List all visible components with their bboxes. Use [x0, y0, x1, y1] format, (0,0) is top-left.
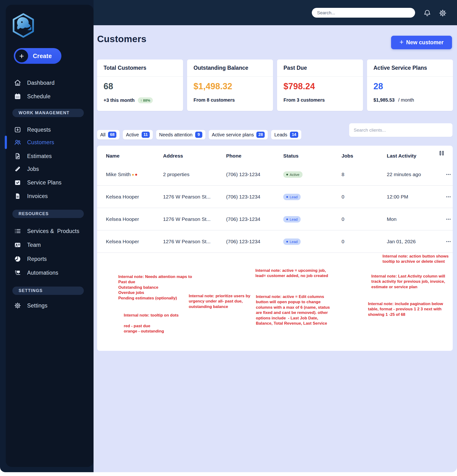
- customer-address: 1276 W Pearson St...: [163, 194, 226, 200]
- sidebar-item-jobs[interactable]: Jobs: [14, 162, 88, 176]
- row-actions-ellipsis-icon[interactable]: [446, 219, 457, 220]
- automation-icon: [14, 269, 21, 277]
- customer-address: 2 properties: [163, 172, 226, 177]
- internal-note-prioritize: Internal note: prioritize users by urgen…: [189, 293, 250, 309]
- new-customer-button[interactable]: + New customer: [391, 36, 452, 49]
- status-badge: Lead: [283, 194, 301, 200]
- row-actions-ellipsis-icon[interactable]: [446, 174, 457, 175]
- sidebar-item-dashboard[interactable]: Dashboard: [14, 76, 88, 89]
- outstanding-dot[interactable]: [132, 174, 134, 176]
- customer-last-activity: 22 minutes ago: [387, 172, 446, 177]
- chip-count: 28: [256, 132, 265, 138]
- sidebar-item-label: Reports: [27, 256, 47, 262]
- sidebar-item-label: Invoices: [27, 193, 48, 199]
- page-title: Customers: [97, 34, 146, 44]
- sidebar-item-label: Service Plans: [27, 179, 62, 186]
- customer-address: 1276 W Pearson St...: [163, 239, 226, 244]
- sidebar-item-service-plans[interactable]: Service Plans: [14, 176, 88, 189]
- internal-note-status-meaning: Internal note: active = upcoming job, le…: [255, 268, 328, 279]
- column-header-last-activity: Last Activity: [387, 153, 446, 159]
- settings-gear-icon[interactable]: [439, 9, 447, 17]
- notifications-bell-icon[interactable]: [423, 9, 431, 17]
- sidebar-item-invoices[interactable]: Invoices: [14, 189, 88, 203]
- status-dot-icon: [286, 174, 288, 175]
- create-button[interactable]: + Create: [14, 48, 61, 64]
- global-search[interactable]: [312, 8, 415, 18]
- customer-last-activity: Jan 01, 2026: [387, 239, 446, 244]
- sidebar-item-schedule[interactable]: Schedule: [14, 90, 88, 103]
- client-search[interactable]: [349, 123, 452, 137]
- card-title: Outstanding Balance: [194, 65, 248, 71]
- internal-note-pagination: Internal note: include pagination below …: [368, 301, 443, 317]
- chip-label: Active service plans: [212, 132, 254, 137]
- row-actions-ellipsis-icon[interactable]: [446, 196, 457, 197]
- status-badge: Active: [283, 171, 303, 178]
- sidebar-item-team[interactable]: Team: [14, 238, 88, 252]
- calendar-icon: [14, 93, 21, 100]
- card-suffix: / month: [398, 97, 414, 103]
- table-row[interactable]: Kelsea Hooper 1276 W Pearson St... (706)…: [97, 230, 453, 253]
- customer-last-activity: 12:00 PM: [387, 194, 446, 200]
- sidebar-item-label: Customers: [27, 139, 54, 146]
- status-dot-icon: [286, 219, 288, 220]
- stat-card-total-customers: Total Customers 68 +3 this month ↑ 88%: [97, 60, 183, 111]
- sidebar-item-estimates[interactable]: Estimates: [14, 149, 88, 163]
- customer-phone: (706) 123-1234: [226, 194, 283, 200]
- filter-chip-active-service-plans[interactable]: Active service plans 28: [209, 130, 268, 139]
- gear-icon: [14, 302, 21, 309]
- internal-note-edit-columns: Internal note: active = Edit columns but…: [256, 294, 330, 326]
- customer-address: 1276 W Pearson St...: [163, 216, 226, 222]
- filter-chip-needs-attention[interactable]: Needs attention 9: [156, 130, 205, 139]
- home-icon: [14, 79, 21, 87]
- customer-name: Kelsea Hooper: [106, 194, 139, 200]
- card-value: $798.24: [283, 81, 356, 91]
- users-icon: [14, 138, 21, 146]
- document-pen-icon: [14, 152, 21, 160]
- status-dot-icon: [286, 241, 288, 243]
- stat-card-past-due: Past Due $798.24 From 3 customers: [277, 60, 363, 111]
- sidebar-item-reports[interactable]: Reports: [14, 252, 88, 266]
- status-badge: Lead: [283, 216, 301, 222]
- section-header-label: RESOURCES: [18, 211, 49, 216]
- customer-name: Kelsea Hooper: [106, 216, 139, 222]
- sidebar-item-label: Schedule: [27, 93, 51, 100]
- status-label: Active: [290, 172, 299, 177]
- sidebar-item-label: Automations: [27, 270, 58, 276]
- filter-chip-leads[interactable]: Leads 14: [271, 130, 301, 139]
- filter-chip-all[interactable]: All 68: [97, 130, 119, 139]
- status-label: Lead: [290, 240, 297, 244]
- sidebar-item-requests[interactable]: Requests: [14, 123, 88, 136]
- column-header-address: Address: [163, 153, 226, 159]
- sidebar-item-automations[interactable]: Automations: [14, 266, 88, 280]
- past-due-dot[interactable]: [135, 174, 137, 176]
- column-header-jobs: Jobs: [342, 153, 387, 159]
- table-row[interactable]: Kelsea Hooper 1276 W Pearson St... (706)…: [97, 208, 453, 230]
- filter-chip-active[interactable]: Active 11: [123, 130, 152, 139]
- row-actions-ellipsis-icon[interactable]: [446, 241, 457, 242]
- table-row[interactable]: Mike Smith 2 properties (706) 123-1234 A…: [97, 163, 453, 186]
- active-nav-indicator: [5, 136, 7, 149]
- app-frame: + Create Dashboard Schedule: [0, 0, 457, 472]
- chip-count: 68: [108, 132, 116, 138]
- client-search-input[interactable]: [349, 128, 452, 133]
- sidebar-item-settings[interactable]: Settings: [14, 299, 88, 312]
- card-subtitle: From 8 customers: [194, 97, 235, 103]
- card-title: Past Due: [283, 65, 307, 71]
- columns-icon[interactable]: [440, 151, 444, 155]
- card-title: Total Customers: [103, 65, 146, 71]
- section-header-label: WORK MANAGEMENT: [18, 110, 69, 115]
- ruler-icon: [14, 165, 21, 173]
- sidebar-item-services-products[interactable]: Services & Products: [14, 224, 88, 238]
- chip-count: 14: [290, 132, 298, 138]
- sidebar: + Create Dashboard Schedule: [6, 5, 93, 467]
- customer-phone: (706) 123-1234: [226, 216, 283, 222]
- section-header-work-management: WORK MANAGEMENT: [12, 109, 84, 117]
- table-row[interactable]: Kelsea Hooper 1276 W Pearson St... (706)…: [97, 186, 453, 208]
- plus-icon: +: [15, 50, 28, 62]
- chip-count: 9: [195, 132, 202, 138]
- stat-cards: Total Customers 68 +3 this month ↑ 88% O…: [97, 60, 453, 111]
- global-search-input[interactable]: [312, 10, 415, 16]
- plus-icon: +: [399, 38, 403, 46]
- rhino-logo: [11, 13, 35, 38]
- sidebar-item-customers[interactable]: Customers: [14, 136, 88, 149]
